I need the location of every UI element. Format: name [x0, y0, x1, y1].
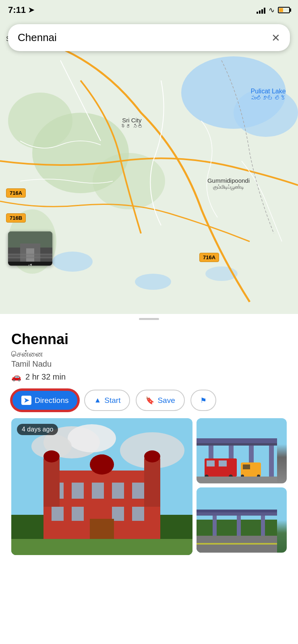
directions-button[interactable]: ➤ Directions	[11, 390, 79, 411]
svg-rect-26	[112, 483, 124, 499]
road-badge-716a-right: 716A	[199, 253, 219, 262]
svg-rect-42	[197, 438, 277, 443]
actions-row: ➤ Directions ▲ Start 🔖 Save ⚑	[0, 382, 298, 418]
map-label-sri-city: Sri City శ్రీ సిటీ	[121, 117, 143, 130]
signal-bars	[257, 6, 265, 14]
start-button[interactable]: ▲ Start	[84, 390, 130, 411]
svg-rect-56	[197, 477, 277, 483]
drive-time-text: 2 hr 32 min	[25, 372, 66, 382]
svg-rect-48	[207, 460, 215, 466]
side-photo-1	[197, 418, 277, 483]
photo-side-column	[197, 418, 287, 555]
start-label: Start	[104, 396, 120, 405]
svg-rect-15	[8, 256, 52, 258]
svg-rect-53	[243, 464, 250, 469]
clock: 7:11	[8, 5, 26, 15]
side-photo-2	[197, 487, 277, 553]
svg-point-36	[43, 450, 60, 462]
place-state: Tamil Nadu	[11, 359, 287, 369]
svg-rect-30	[112, 507, 124, 521]
map-label-gummidipoondi: Gummidipoondi கும்மிடிப்பூண்டி	[207, 177, 250, 190]
svg-rect-14	[8, 254, 52, 256]
signal-bar-1	[257, 12, 258, 14]
map-label-pulicat: Pulicat Lake పులికాట్ లేక్	[250, 88, 286, 101]
svg-rect-37	[144, 458, 160, 507]
svg-point-34	[94, 454, 110, 466]
battery-level	[279, 8, 283, 12]
road-badge-716b: 716B	[6, 213, 26, 223]
drag-pill	[139, 318, 159, 320]
flag-icon: ⚑	[200, 396, 207, 405]
signal-bar-2	[259, 10, 261, 14]
svg-point-38	[144, 450, 160, 462]
travel-time: 🚗 2 hr 32 min	[11, 372, 287, 382]
photo-side-top[interactable]	[197, 418, 287, 483]
status-time: 7:11 ➤	[8, 5, 34, 15]
street-view-thumbnail[interactable]: ↺	[8, 231, 52, 266]
svg-point-3	[52, 252, 93, 272]
status-bar: 7:11 ➤ ∿	[0, 0, 298, 20]
svg-rect-28	[52, 507, 64, 521]
search-value: Chennai	[18, 31, 57, 44]
start-icon: ▲	[94, 396, 101, 405]
photos-section: 4 days ago	[0, 418, 298, 555]
svg-rect-27	[132, 483, 144, 499]
photo-tag: 4 days ago	[17, 424, 58, 435]
photo-main[interactable]: 4 days ago	[11, 418, 192, 555]
svg-point-4	[135, 274, 171, 290]
rotate-icon: ↺	[28, 263, 32, 266]
search-bar[interactable]: Chennai ✕	[8, 24, 290, 51]
svg-rect-49	[219, 460, 227, 466]
road-badge-716a-left: 716A	[6, 188, 26, 198]
save-icon: 🔖	[145, 396, 154, 405]
photo-side-bottom[interactable]	[197, 487, 287, 553]
svg-rect-60	[197, 510, 277, 512]
thumb-image	[8, 231, 52, 262]
directions-icon: ➤	[21, 396, 31, 405]
location-icon: ➤	[28, 6, 34, 14]
svg-point-7	[8, 93, 72, 149]
svg-point-8	[93, 153, 165, 209]
signal-bar-3	[261, 9, 263, 14]
main-photo-image	[11, 418, 192, 555]
svg-rect-65	[197, 543, 277, 545]
directions-label: Directions	[35, 396, 68, 405]
map-container[interactable]: Srikalahasti Pulicat Lake పులికాట్ లేక్ …	[0, 0, 298, 314]
wifi-icon: ∿	[269, 6, 275, 14]
street-view-label: ↺	[8, 262, 52, 266]
svg-rect-29	[72, 507, 84, 521]
drag-handle	[0, 314, 298, 322]
status-icons: ∿	[257, 6, 290, 14]
battery-indicator	[278, 7, 290, 13]
clear-search-button[interactable]: ✕	[271, 33, 280, 43]
svg-rect-39	[11, 539, 192, 555]
photos-grid: 4 days ago	[11, 418, 287, 555]
flag-button[interactable]: ⚑	[190, 390, 216, 411]
save-label: Save	[157, 396, 175, 405]
place-name-local: சென்னை	[11, 349, 287, 359]
info-panel: Chennai சென்னை Tamil Nadu 🚗 2 hr 32 min	[0, 322, 298, 382]
svg-rect-24	[72, 483, 84, 499]
save-button[interactable]: 🔖 Save	[136, 390, 184, 411]
svg-rect-31	[132, 507, 144, 521]
svg-rect-25	[92, 483, 104, 499]
svg-point-18	[68, 424, 116, 452]
signal-bar-4	[264, 8, 265, 14]
car-icon: 🚗	[11, 372, 21, 382]
place-name: Chennai	[11, 330, 287, 348]
svg-rect-35	[43, 458, 60, 507]
